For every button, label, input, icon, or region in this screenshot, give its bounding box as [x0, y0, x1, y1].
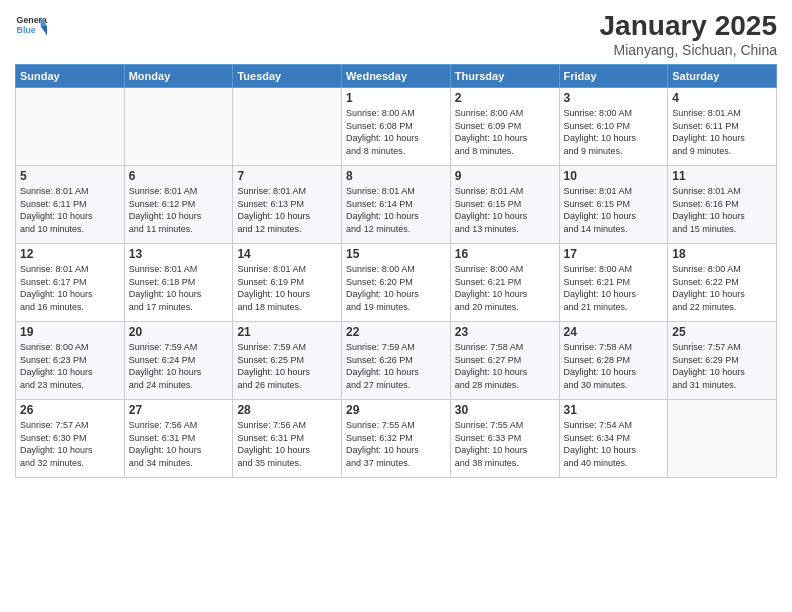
- day-number: 24: [564, 325, 664, 339]
- header: General Blue January 2025 Mianyang, Sich…: [15, 10, 777, 58]
- calendar-cell: 22Sunrise: 7:59 AMSunset: 6:26 PMDayligh…: [342, 322, 451, 400]
- day-number: 11: [672, 169, 772, 183]
- day-number: 30: [455, 403, 555, 417]
- day-number: 15: [346, 247, 446, 261]
- day-info: Sunrise: 8:01 AMSunset: 6:12 PMDaylight:…: [129, 185, 229, 235]
- day-info: Sunrise: 8:01 AMSunset: 6:13 PMDaylight:…: [237, 185, 337, 235]
- day-info: Sunrise: 8:01 AMSunset: 6:16 PMDaylight:…: [672, 185, 772, 235]
- logo-icon: General Blue: [15, 10, 47, 42]
- calendar-cell: 4Sunrise: 8:01 AMSunset: 6:11 PMDaylight…: [668, 88, 777, 166]
- day-number: 14: [237, 247, 337, 261]
- day-info: Sunrise: 8:01 AMSunset: 6:11 PMDaylight:…: [672, 107, 772, 157]
- col-header-tuesday: Tuesday: [233, 65, 342, 88]
- calendar-cell: 7Sunrise: 8:01 AMSunset: 6:13 PMDaylight…: [233, 166, 342, 244]
- day-info: Sunrise: 8:01 AMSunset: 6:14 PMDaylight:…: [346, 185, 446, 235]
- day-number: 17: [564, 247, 664, 261]
- col-header-saturday: Saturday: [668, 65, 777, 88]
- day-number: 3: [564, 91, 664, 105]
- svg-text:Blue: Blue: [17, 25, 36, 35]
- day-info: Sunrise: 7:55 AMSunset: 6:32 PMDaylight:…: [346, 419, 446, 469]
- col-header-friday: Friday: [559, 65, 668, 88]
- calendar-cell: 13Sunrise: 8:01 AMSunset: 6:18 PMDayligh…: [124, 244, 233, 322]
- day-info: Sunrise: 7:55 AMSunset: 6:33 PMDaylight:…: [455, 419, 555, 469]
- day-info: Sunrise: 7:57 AMSunset: 6:29 PMDaylight:…: [672, 341, 772, 391]
- col-header-wednesday: Wednesday: [342, 65, 451, 88]
- day-number: 12: [20, 247, 120, 261]
- day-number: 9: [455, 169, 555, 183]
- day-info: Sunrise: 7:56 AMSunset: 6:31 PMDaylight:…: [129, 419, 229, 469]
- day-info: Sunrise: 8:00 AMSunset: 6:23 PMDaylight:…: [20, 341, 120, 391]
- calendar-cell: 3Sunrise: 8:00 AMSunset: 6:10 PMDaylight…: [559, 88, 668, 166]
- day-number: 16: [455, 247, 555, 261]
- week-row-0: 1Sunrise: 8:00 AMSunset: 6:08 PMDaylight…: [16, 88, 777, 166]
- calendar-cell: 26Sunrise: 7:57 AMSunset: 6:30 PMDayligh…: [16, 400, 125, 478]
- day-info: Sunrise: 8:00 AMSunset: 6:08 PMDaylight:…: [346, 107, 446, 157]
- day-info: Sunrise: 8:00 AMSunset: 6:09 PMDaylight:…: [455, 107, 555, 157]
- page: General Blue January 2025 Mianyang, Sich…: [0, 0, 792, 612]
- day-info: Sunrise: 7:59 AMSunset: 6:26 PMDaylight:…: [346, 341, 446, 391]
- day-number: 31: [564, 403, 664, 417]
- day-number: 8: [346, 169, 446, 183]
- calendar-cell: 31Sunrise: 7:54 AMSunset: 6:34 PMDayligh…: [559, 400, 668, 478]
- week-row-3: 19Sunrise: 8:00 AMSunset: 6:23 PMDayligh…: [16, 322, 777, 400]
- day-info: Sunrise: 8:01 AMSunset: 6:17 PMDaylight:…: [20, 263, 120, 313]
- calendar-cell: 17Sunrise: 8:00 AMSunset: 6:21 PMDayligh…: [559, 244, 668, 322]
- day-number: 26: [20, 403, 120, 417]
- calendar-cell: 18Sunrise: 8:00 AMSunset: 6:22 PMDayligh…: [668, 244, 777, 322]
- location: Mianyang, Sichuan, China: [600, 42, 777, 58]
- calendar-cell: 11Sunrise: 8:01 AMSunset: 6:16 PMDayligh…: [668, 166, 777, 244]
- svg-marker-4: [41, 26, 47, 36]
- day-info: Sunrise: 8:01 AMSunset: 6:18 PMDaylight:…: [129, 263, 229, 313]
- calendar-cell: 21Sunrise: 7:59 AMSunset: 6:25 PMDayligh…: [233, 322, 342, 400]
- day-info: Sunrise: 7:57 AMSunset: 6:30 PMDaylight:…: [20, 419, 120, 469]
- calendar-cell: [16, 88, 125, 166]
- day-info: Sunrise: 7:58 AMSunset: 6:28 PMDaylight:…: [564, 341, 664, 391]
- day-info: Sunrise: 8:00 AMSunset: 6:21 PMDaylight:…: [564, 263, 664, 313]
- day-info: Sunrise: 8:01 AMSunset: 6:15 PMDaylight:…: [564, 185, 664, 235]
- calendar-cell: 14Sunrise: 8:01 AMSunset: 6:19 PMDayligh…: [233, 244, 342, 322]
- day-number: 22: [346, 325, 446, 339]
- header-row: SundayMondayTuesdayWednesdayThursdayFrid…: [16, 65, 777, 88]
- day-info: Sunrise: 8:00 AMSunset: 6:22 PMDaylight:…: [672, 263, 772, 313]
- calendar-cell: 9Sunrise: 8:01 AMSunset: 6:15 PMDaylight…: [450, 166, 559, 244]
- calendar-cell: 27Sunrise: 7:56 AMSunset: 6:31 PMDayligh…: [124, 400, 233, 478]
- day-number: 23: [455, 325, 555, 339]
- calendar-cell: [233, 88, 342, 166]
- calendar-cell: 8Sunrise: 8:01 AMSunset: 6:14 PMDaylight…: [342, 166, 451, 244]
- calendar-cell: 30Sunrise: 7:55 AMSunset: 6:33 PMDayligh…: [450, 400, 559, 478]
- calendar-cell: 25Sunrise: 7:57 AMSunset: 6:29 PMDayligh…: [668, 322, 777, 400]
- week-row-2: 12Sunrise: 8:01 AMSunset: 6:17 PMDayligh…: [16, 244, 777, 322]
- day-number: 6: [129, 169, 229, 183]
- day-info: Sunrise: 8:01 AMSunset: 6:19 PMDaylight:…: [237, 263, 337, 313]
- day-number: 13: [129, 247, 229, 261]
- day-info: Sunrise: 8:00 AMSunset: 6:20 PMDaylight:…: [346, 263, 446, 313]
- calendar-cell: 1Sunrise: 8:00 AMSunset: 6:08 PMDaylight…: [342, 88, 451, 166]
- day-info: Sunrise: 7:54 AMSunset: 6:34 PMDaylight:…: [564, 419, 664, 469]
- calendar-cell: [124, 88, 233, 166]
- month-title: January 2025: [600, 10, 777, 42]
- day-number: 18: [672, 247, 772, 261]
- week-row-4: 26Sunrise: 7:57 AMSunset: 6:30 PMDayligh…: [16, 400, 777, 478]
- calendar-table: SundayMondayTuesdayWednesdayThursdayFrid…: [15, 64, 777, 478]
- col-header-sunday: Sunday: [16, 65, 125, 88]
- calendar-cell: 19Sunrise: 8:00 AMSunset: 6:23 PMDayligh…: [16, 322, 125, 400]
- day-info: Sunrise: 7:58 AMSunset: 6:27 PMDaylight:…: [455, 341, 555, 391]
- calendar-cell: 16Sunrise: 8:00 AMSunset: 6:21 PMDayligh…: [450, 244, 559, 322]
- calendar-cell: 12Sunrise: 8:01 AMSunset: 6:17 PMDayligh…: [16, 244, 125, 322]
- day-number: 29: [346, 403, 446, 417]
- col-header-monday: Monday: [124, 65, 233, 88]
- calendar-cell: 24Sunrise: 7:58 AMSunset: 6:28 PMDayligh…: [559, 322, 668, 400]
- week-row-1: 5Sunrise: 8:01 AMSunset: 6:11 PMDaylight…: [16, 166, 777, 244]
- title-block: January 2025 Mianyang, Sichuan, China: [600, 10, 777, 58]
- day-number: 1: [346, 91, 446, 105]
- col-header-thursday: Thursday: [450, 65, 559, 88]
- calendar-cell: 10Sunrise: 8:01 AMSunset: 6:15 PMDayligh…: [559, 166, 668, 244]
- calendar-cell: 5Sunrise: 8:01 AMSunset: 6:11 PMDaylight…: [16, 166, 125, 244]
- day-info: Sunrise: 8:00 AMSunset: 6:10 PMDaylight:…: [564, 107, 664, 157]
- day-info: Sunrise: 7:56 AMSunset: 6:31 PMDaylight:…: [237, 419, 337, 469]
- day-number: 19: [20, 325, 120, 339]
- calendar-cell: 20Sunrise: 7:59 AMSunset: 6:24 PMDayligh…: [124, 322, 233, 400]
- calendar-cell: 28Sunrise: 7:56 AMSunset: 6:31 PMDayligh…: [233, 400, 342, 478]
- day-number: 20: [129, 325, 229, 339]
- day-info: Sunrise: 7:59 AMSunset: 6:24 PMDaylight:…: [129, 341, 229, 391]
